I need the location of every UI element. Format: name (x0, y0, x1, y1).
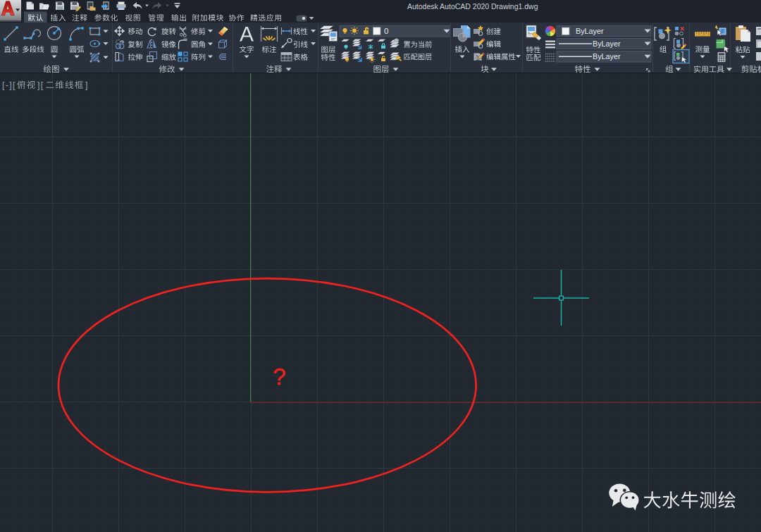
svg-text:ByLayer: ByLayer (593, 52, 621, 61)
svg-text:ByLayer: ByLayer (576, 27, 604, 35)
svg-text:Drawing1.dwg: Drawing1.dwg (491, 2, 538, 11)
svg-text:0: 0 (384, 27, 388, 35)
svg-text:]: ] (85, 80, 87, 90)
svg-text:ByLayer: ByLayer (593, 39, 621, 48)
svg-text:Autodesk AutoCAD 2020: Autodesk AutoCAD 2020 (407, 2, 489, 11)
svg-text:[-][: [-][ (2, 80, 16, 90)
svg-text:][: ][ (37, 80, 44, 90)
